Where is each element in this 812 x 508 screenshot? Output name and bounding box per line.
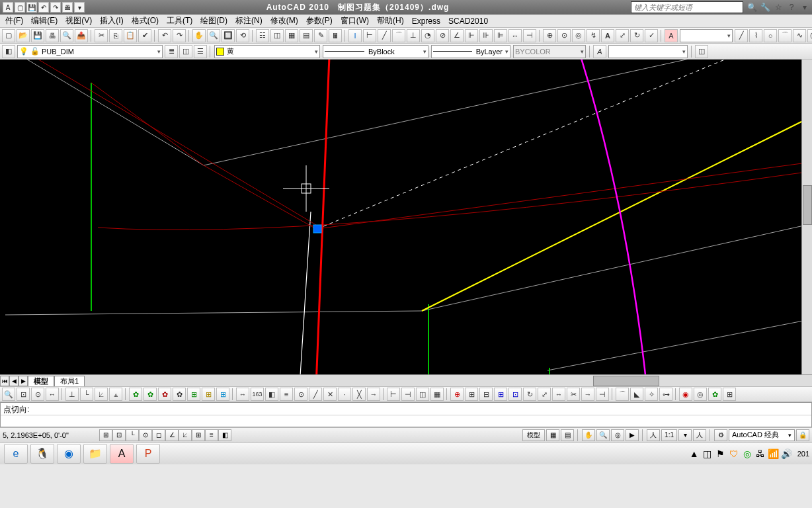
dim-quick-icon[interactable]: ⊩ (465, 29, 478, 42)
menu-format[interactable]: 格式(O) (128, 14, 163, 28)
undo-button[interactable]: ↶ (38, 2, 49, 13)
match-prop-icon[interactable]: ✔ (138, 29, 151, 42)
mod3-icon[interactable]: ◫ (416, 388, 429, 401)
lock-ui-icon[interactable]: 🔒 (796, 429, 809, 441)
trim-icon[interactable]: ✂ (567, 388, 580, 401)
zoom-ext-icon[interactable]: 🔍 (2, 388, 15, 401)
et4-icon[interactable]: ✿ (173, 388, 186, 401)
dim-radius-icon[interactable]: ◔ (421, 29, 434, 42)
menu-edit[interactable]: 编辑(E) (27, 14, 61, 28)
mtext-icon[interactable]: I (348, 29, 362, 42)
nav-motion-icon[interactable]: ▶ (626, 429, 639, 441)
command-input[interactable] (1, 415, 811, 427)
dyn-toggle[interactable]: ⊞ (192, 429, 205, 441)
qq-taskbar-icon[interactable]: 🐧 (30, 444, 54, 464)
offset-icon[interactable]: ⊞ (494, 388, 507, 401)
qp-toggle[interactable]: ◧ (218, 429, 231, 441)
lineweight-combo[interactable]: ByLayer ▾ (431, 45, 510, 58)
plot-preview-icon[interactable]: 🔍 (60, 29, 73, 42)
drawing-canvas[interactable] (0, 60, 812, 386)
dim-style-combo-icon[interactable]: A (665, 29, 678, 42)
tray-up-icon[interactable]: ▲ (689, 448, 700, 459)
area-icon[interactable]: 163 (251, 388, 264, 401)
properties-icon[interactable]: ☷ (256, 29, 269, 42)
ie-taskbar-icon[interactable]: e (4, 444, 28, 464)
redo-icon[interactable]: ↷ (173, 29, 186, 42)
break-icon[interactable]: ⊣ (596, 388, 609, 401)
tray-app1-icon[interactable]: ◫ (702, 448, 713, 459)
menu-insert[interactable]: 插入(I) (96, 14, 127, 28)
dimstyle-icon[interactable]: ✓ (645, 29, 658, 42)
tab-nav-first[interactable]: ⏮ (0, 376, 9, 386)
ray-icon[interactable]: → (367, 388, 380, 401)
nav-zoom-icon[interactable]: 🔍 (596, 429, 610, 441)
dim-diameter-icon[interactable]: ⊘ (436, 29, 449, 42)
dim-ordinate-icon[interactable]: ⊥ (407, 29, 420, 42)
publish-icon[interactable]: 📤 (75, 29, 88, 42)
grid-toggle[interactable]: ⊡ (112, 429, 126, 441)
drawing-area[interactable]: ⏮ ◀ ▶ 模型 布局1 (0, 60, 812, 386)
explorer-taskbar-icon[interactable]: 📁 (83, 444, 107, 464)
explode-icon[interactable]: ✧ (645, 388, 658, 401)
et1-icon[interactable]: ✿ (129, 388, 142, 401)
mod4-icon[interactable]: ▦ (430, 388, 444, 401)
menu-express[interactable]: Express (408, 15, 444, 27)
dim-angular-icon[interactable]: ∠ (450, 29, 464, 42)
command-window[interactable]: 点切向: (0, 402, 812, 427)
tab-nav-prev[interactable]: ◀ (9, 376, 19, 386)
ucs-3p-icon[interactable]: ⟁ (109, 388, 122, 401)
tool-palette-icon[interactable]: ▦ (285, 29, 298, 42)
pline-icon[interactable]: ⌇ (749, 29, 762, 42)
textstyle-combo[interactable]: ▾ (608, 45, 688, 58)
mod1-icon[interactable]: ⊢ (387, 388, 400, 401)
ellipse-icon[interactable]: ◯ (807, 29, 812, 42)
layer-combo[interactable]: 💡 🔓 PUB_DIM ▾ (17, 45, 163, 58)
center-mark-icon[interactable]: ⊙ (557, 29, 571, 42)
anno-scale-value[interactable]: 1:1 (661, 429, 677, 441)
layer-iso-icon[interactable]: ◫ (179, 45, 192, 58)
powerpoint-taskbar-icon[interactable]: P (136, 444, 160, 464)
copy2-icon[interactable]: ⊞ (465, 388, 478, 401)
save-button[interactable]: 💾 (26, 2, 37, 13)
undo-icon[interactable]: ↶ (158, 29, 171, 42)
menu-modify[interactable]: 修改(M) (266, 14, 302, 28)
menu-help[interactable]: 帮助(H) (373, 14, 408, 28)
menu-scad2010[interactable]: SCAD2010 (444, 15, 492, 27)
plot-icon[interactable]: 🖶 (46, 29, 59, 42)
dim-break-icon[interactable]: ⊣ (523, 29, 536, 42)
model-ps-toggle[interactable]: 模型 (522, 429, 545, 441)
array-icon[interactable]: ⊡ (508, 388, 522, 401)
new-icon[interactable]: ▢ (2, 29, 15, 42)
ortho-toggle[interactable]: └ (126, 429, 139, 441)
dimstyle-combo[interactable]: ▾ (680, 29, 733, 42)
menu-view[interactable]: 视图(V) (61, 14, 96, 28)
plotstyle-combo[interactable]: BYCOLOR ▾ (513, 45, 586, 58)
point-icon[interactable]: · (338, 388, 351, 401)
tray-clock[interactable]: 201 (797, 450, 809, 458)
tray-flag-icon[interactable]: ⚑ (715, 448, 726, 459)
dist-icon[interactable]: ↔ (236, 388, 249, 401)
qview-drawings-icon[interactable]: ▤ (561, 429, 574, 441)
nav-wheel-icon[interactable]: ◎ (611, 429, 624, 441)
dim-continue-icon[interactable]: ⊫ (494, 29, 507, 42)
osnap-toggle[interactable]: ◻ (152, 429, 165, 441)
spline-icon[interactable]: ∿ (793, 29, 806, 42)
paste-icon[interactable]: 📋 (124, 29, 137, 42)
zoom-win-icon[interactable]: 🔲 (222, 29, 235, 42)
layer-prop-icon[interactable]: ◧ (2, 45, 15, 58)
autocad-taskbar-icon[interactable]: A (110, 444, 134, 464)
divide-icon[interactable]: ╱ (309, 388, 322, 401)
dim-linear-icon[interactable]: ⊢ (363, 29, 376, 42)
snap-toggle[interactable]: ⊞ (99, 429, 112, 441)
markup-icon[interactable]: ✎ (314, 29, 327, 42)
move-icon[interactable]: ⊕ (450, 388, 464, 401)
sheet-set-icon[interactable]: ▤ (300, 29, 313, 42)
tray-volume-icon[interactable]: 🔊 (782, 448, 792, 459)
tab-nav-next[interactable]: ▶ (19, 376, 28, 386)
tolerance-icon[interactable]: ⊕ (543, 29, 556, 42)
ducs-toggle[interactable]: ⟀ (179, 429, 192, 441)
layer-states-icon[interactable]: ≣ (165, 45, 178, 58)
line-icon[interactable]: ╱ (735, 29, 748, 42)
et5-icon[interactable]: ⊞ (187, 388, 200, 401)
linetype-combo[interactable]: ByBlock ▾ (323, 45, 428, 58)
